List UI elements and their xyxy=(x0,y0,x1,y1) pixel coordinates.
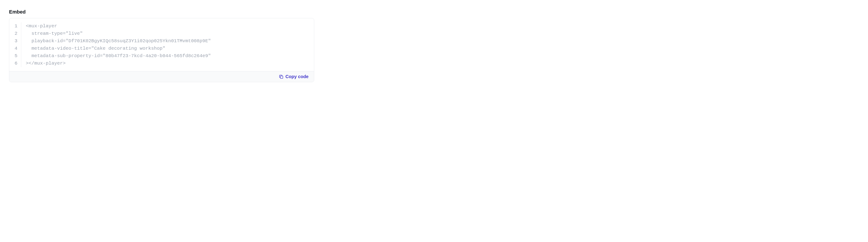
copy-icon xyxy=(279,74,284,79)
code-line: playback-id="Df701K02BgyKIQc58suqZ3Y1i02… xyxy=(26,37,314,45)
line-number: 4 xyxy=(13,45,18,52)
line-number: 6 xyxy=(13,60,18,67)
line-number-gutter: 1 2 3 4 5 6 xyxy=(9,22,21,67)
code-line: metadata-sub-property-id="80b47f23-7kcd-… xyxy=(26,52,314,60)
code-line: metadata-video-title="Cake decorating wo… xyxy=(26,45,314,52)
code-footer: Copy code xyxy=(9,71,314,82)
code-block: 1 2 3 4 5 6 <mux-player stream-type="liv… xyxy=(9,18,314,82)
code-content[interactable]: <mux-player stream-type="live" playback-… xyxy=(21,22,314,67)
code-area: 1 2 3 4 5 6 <mux-player stream-type="liv… xyxy=(9,18,314,71)
line-number: 1 xyxy=(13,22,18,30)
code-line: stream-type="live" xyxy=(26,30,314,37)
line-number: 2 xyxy=(13,30,18,37)
section-title: Embed xyxy=(9,9,314,15)
copy-code-button[interactable]: Copy code xyxy=(279,74,309,79)
copy-code-label: Copy code xyxy=(285,74,309,79)
code-line: ></mux-player> xyxy=(26,60,314,67)
code-line: <mux-player xyxy=(26,22,314,30)
line-number: 5 xyxy=(13,52,18,60)
line-number: 3 xyxy=(13,37,18,45)
svg-rect-0 xyxy=(280,76,283,78)
